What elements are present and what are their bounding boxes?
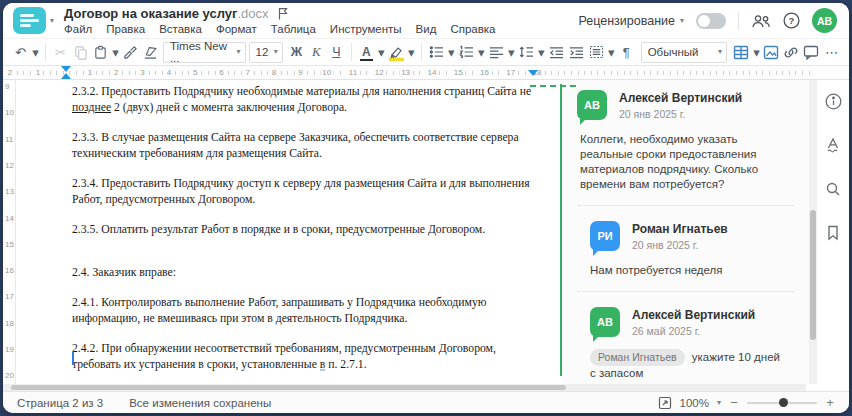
fit-page-icon[interactable]	[658, 396, 672, 410]
info-icon[interactable]	[824, 90, 843, 112]
menu-item[interactable]: Файл	[64, 23, 92, 35]
menu-item[interactable]: Справка	[450, 23, 495, 35]
text-segment: 2.3.5. Оплатить результат Работ в порядк…	[72, 223, 485, 236]
ruler-number: 14	[5, 214, 14, 223]
document-page[interactable]: 2.3.2. Предоставить Подрядчику необходим…	[16, 80, 563, 384]
page-indicator[interactable]: Страница 2 из 3	[17, 397, 103, 409]
font-name-select[interactable]: Times New ...▾	[163, 42, 246, 63]
align-caret-icon[interactable]: ▾	[507, 41, 516, 63]
ruler-number: 16	[478, 68, 491, 78]
right-indent-marker[interactable]	[528, 70, 538, 76]
ruler-number: 2	[112, 68, 120, 78]
scrollbar-corner	[806, 384, 849, 391]
insert-table-button[interactable]	[732, 41, 751, 63]
menu-bar: ФайлПравкаВставкаФорматТаблицаИнструмент…	[64, 23, 496, 35]
zoom-slider[interactable]	[747, 402, 817, 404]
undo-caret-icon[interactable]: ▾	[31, 41, 40, 63]
menu-item[interactable]: Инструменты	[330, 23, 402, 35]
menu-item[interactable]: Формат	[216, 23, 257, 35]
highlight-color-button[interactable]	[387, 41, 406, 63]
review-mode-button[interactable]: Рецензирование▾	[578, 14, 684, 28]
favorite-flag-icon[interactable]	[277, 7, 289, 20]
line-spacing-caret-icon[interactable]: ▾	[537, 41, 546, 63]
format-painter-button[interactable]	[121, 41, 140, 63]
comment-date: 26 май 2025 г.	[632, 325, 755, 337]
toolbar-divider	[351, 43, 352, 61]
menu-item[interactable]: Правка	[106, 23, 145, 35]
paragraph: 2.3.5. Оплатить результат Работ в порядк…	[72, 222, 539, 238]
horizontal-scrollbar[interactable]	[3, 384, 806, 391]
mention-pill[interactable]: Роман Игнатьев	[590, 349, 685, 366]
zoom-in-button[interactable]: +	[825, 395, 835, 410]
status-bar: Страница 2 из 3 Все изменения сохранены …	[3, 391, 849, 413]
bullet-list-button[interactable]	[427, 41, 446, 63]
paragraph: 2.4.2. При обнаружении несоответствий тр…	[72, 341, 539, 372]
show-paragraph-marks-button[interactable]: ¶	[617, 41, 636, 63]
vertical-scrollbar-thumb[interactable]	[810, 210, 816, 340]
comment-text: Роман Игнатьев укажите 10 дней с запасом	[590, 349, 795, 381]
menu-item[interactable]: Таблица	[271, 23, 316, 35]
font-name-caret-icon: ▾	[237, 48, 241, 56]
underline-button[interactable]: Ч	[327, 41, 346, 63]
comment-thread-indicator	[560, 84, 562, 376]
logo-menu-caret-icon[interactable]: ▾	[50, 17, 54, 25]
horizontal-scrollbar-thumb[interactable]	[11, 385, 566, 390]
insert-table-caret-icon[interactable]: ▾	[752, 41, 761, 63]
menu-item[interactable]: Вставка	[159, 23, 202, 35]
horizontal-ruler[interactable]: 21123456789101112131415161718	[3, 66, 849, 80]
italic-button[interactable]: К	[307, 41, 326, 63]
bullet-list-caret-icon[interactable]: ▾	[447, 41, 456, 63]
zoom-value[interactable]: 100%	[680, 397, 709, 409]
line-spacing-button[interactable]	[517, 41, 536, 63]
user-avatar[interactable]: АВ	[812, 8, 837, 33]
search-icon[interactable]	[824, 178, 843, 200]
zoom-caret-icon[interactable]: ▾	[717, 399, 721, 407]
comment-author: Роман Игнатьев	[632, 221, 728, 236]
bold-button[interactable]: Ж	[287, 41, 306, 63]
comment-date: 20 янв 2025 г.	[619, 108, 742, 120]
undo-button[interactable]: ↶	[11, 41, 30, 63]
increase-indent-button[interactable]	[567, 41, 586, 63]
toolbar-divider	[421, 43, 422, 61]
copy-button[interactable]	[71, 41, 90, 63]
bookmark-icon[interactable]	[824, 222, 843, 244]
insert-link-button[interactable]	[782, 41, 801, 63]
insert-comment-button[interactable]	[802, 41, 821, 63]
comment-item[interactable]: АВАлексей Вертинский20 янв 2025 г.Коллег…	[577, 88, 795, 192]
vertical-ruler[interactable]: 91011121314151617181920	[3, 80, 16, 384]
comment-reply[interactable]: РИРоман Игнатьев20 янв 2025 г.Нам потреб…	[590, 219, 795, 278]
font-size-select[interactable]: 12▾	[249, 42, 283, 63]
highlight-caret-icon[interactable]: ▾	[407, 41, 416, 63]
vertical-scrollbar[interactable]	[809, 80, 817, 384]
align-button[interactable]	[487, 41, 506, 63]
app-logo-icon[interactable]	[13, 7, 46, 34]
main-area: 91011121314151617181920 2.3.2. Предостав…	[3, 80, 849, 384]
font-color-caret-icon[interactable]: ▾	[377, 41, 386, 63]
font-color-button[interactable]: А	[357, 41, 376, 63]
zoom-out-button[interactable]: −	[729, 395, 739, 410]
collaborators-icon[interactable]	[751, 13, 771, 29]
paste-button[interactable]	[91, 41, 110, 63]
zoom-slider-knob[interactable]	[779, 398, 788, 407]
font-size-caret-icon: ▾	[274, 48, 278, 56]
hanging-indent-marker[interactable]	[61, 73, 71, 79]
spellcheck-icon[interactable]	[824, 134, 843, 156]
paste-caret-icon[interactable]: ▾	[111, 41, 120, 63]
clear-format-button[interactable]	[141, 41, 160, 63]
comment-avatar: РИ	[590, 221, 620, 251]
paragraph-settings-caret-icon[interactable]: ▾	[607, 41, 616, 63]
more-tools-button[interactable]: ⋯	[822, 41, 841, 63]
decrease-indent-button[interactable]	[547, 41, 566, 63]
review-toggle[interactable]	[696, 13, 726, 29]
ruler-number: 18	[5, 319, 14, 328]
paragraph-settings-button[interactable]	[587, 41, 606, 63]
first-line-indent-marker[interactable]	[61, 66, 71, 72]
help-icon[interactable]: ?	[783, 12, 800, 29]
comment-reply[interactable]: АВАлексей Вертинский26 май 2025 г.Роман …	[590, 305, 795, 381]
cut-button[interactable]: ✂	[51, 41, 70, 63]
menu-item[interactable]: Вид	[416, 23, 437, 35]
numbered-list-caret-icon[interactable]: ▾	[477, 41, 486, 63]
paragraph-style-select[interactable]: Обычный▾	[641, 42, 727, 63]
numbered-list-button[interactable]	[457, 41, 476, 63]
insert-image-button[interactable]	[762, 41, 781, 63]
